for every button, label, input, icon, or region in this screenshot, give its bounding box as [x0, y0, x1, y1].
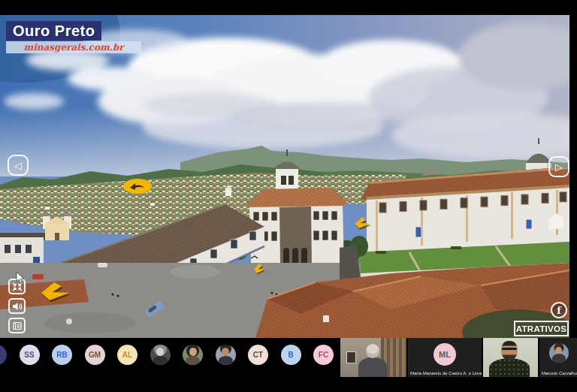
participant-avatar[interactable]: GM	[85, 345, 105, 365]
chevron-right-icon: ▷	[555, 161, 563, 173]
participant-avatar[interactable]: SS	[20, 345, 40, 365]
participant-video	[340, 338, 406, 377]
video-tile[interactable]	[483, 338, 538, 377]
tour-title: Ouro Preto	[6, 21, 101, 41]
avatar: ML	[434, 343, 456, 366]
person-body	[489, 358, 530, 377]
facebook-button[interactable]: f	[551, 302, 567, 318]
chevron-left-icon: ◁	[14, 160, 22, 171]
participant-video	[483, 338, 538, 377]
panorama-viewport[interactable]	[0, 15, 569, 338]
meeting-bar: BSSRBGMALCTBFC ML Maria Mazarelo de Cast…	[0, 338, 577, 392]
picture-frame	[346, 351, 356, 363]
participant-avatar[interactable]: FC	[313, 345, 334, 365]
participant-name: Maria Mazarelo de Castro A. e Lima	[410, 371, 482, 375]
audio-button[interactable]	[8, 298, 26, 314]
participant-avatar[interactable]: B	[281, 345, 301, 365]
hotspot-arrow[interactable]	[252, 263, 266, 275]
participant-avatar[interactable]	[216, 345, 236, 365]
panorama-scene[interactable]	[0, 15, 569, 338]
participant-avatar[interactable]: CT	[248, 345, 268, 365]
atrativos-button[interactable]: ATRATIVOS	[514, 321, 569, 336]
participant-avatar[interactable]: RB	[52, 345, 72, 365]
glasses	[502, 348, 517, 350]
participant-avatar[interactable]: B	[0, 345, 7, 365]
pan-right-button[interactable]: ▷	[548, 156, 569, 177]
person-head	[501, 341, 518, 360]
video-tile[interactable]	[340, 338, 406, 377]
person-head	[366, 344, 379, 358]
participant-tile[interactable]: Marcelo Carvalho Cam	[539, 338, 577, 377]
participant-avatar[interactable]: AL	[117, 345, 137, 365]
guide-button[interactable]	[8, 318, 26, 333]
participant-avatar[interactable]	[150, 345, 171, 365]
compress-arrows-icon	[12, 282, 23, 291]
pan-left-button[interactable]: ◁	[8, 155, 29, 176]
speaker-icon	[12, 302, 23, 311]
app-window: Ouro Preto minasgerais.com.br ◁ ▷ f	[0, 0, 577, 392]
avatar	[549, 343, 569, 363]
book-icon	[12, 321, 23, 330]
exit-fullscreen-button[interactable]	[8, 279, 26, 294]
screen: { "tour": { "title": "Ouro Preto", "site…	[0, 0, 577, 392]
participant-name: Marcelo Carvalho Cam	[542, 371, 577, 375]
person-body	[358, 357, 387, 377]
tour-site-banner: minasgerais.com.br	[6, 41, 141, 53]
hotspot-marker-oval[interactable]	[122, 178, 153, 194]
hotspot-arrow[interactable]	[39, 281, 72, 302]
facebook-icon: f	[557, 305, 561, 316]
hotspot-arrow[interactable]	[353, 216, 373, 230]
participant-tile[interactable]: ML Maria Mazarelo de Castro A. e Lima	[408, 338, 482, 377]
participant-avatar[interactable]	[183, 345, 203, 365]
